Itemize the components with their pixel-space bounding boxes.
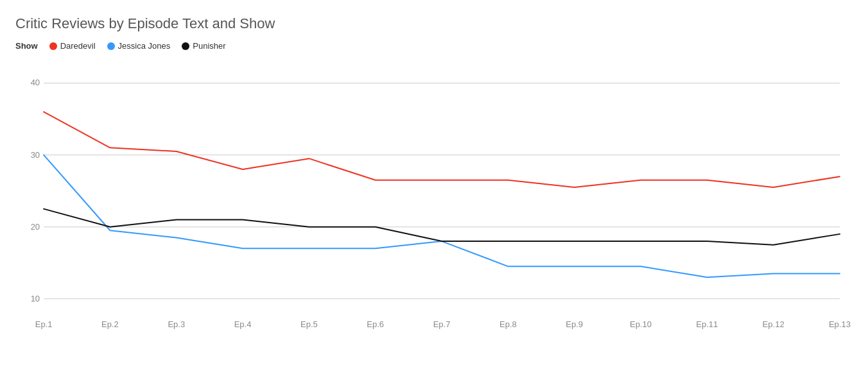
- svg-text:Ep.6: Ep.6: [367, 319, 384, 329]
- svg-text:30: 30: [31, 150, 40, 160]
- line-chart: 40302010Ep.1Ep.2Ep.3Ep.4Ep.5Ep.6Ep.7Ep.8…: [15, 62, 853, 339]
- svg-text:10: 10: [31, 294, 40, 303]
- chart-container: Critic Reviews by Episode Text and Show …: [0, 0, 868, 365]
- punisher-dot: [182, 42, 189, 50]
- legend-item-jessicajones: Jessica Jones: [107, 41, 171, 51]
- svg-text:Ep.13: Ep.13: [829, 319, 851, 329]
- punisher-label: Punisher: [193, 41, 225, 51]
- jessicajones-label: Jessica Jones: [118, 41, 171, 51]
- svg-text:Ep.3: Ep.3: [168, 319, 185, 329]
- svg-text:Ep.8: Ep.8: [499, 319, 517, 329]
- jessicajones-dot: [107, 42, 115, 50]
- svg-text:Ep.5: Ep.5: [300, 319, 318, 329]
- chart-area: 40302010Ep.1Ep.2Ep.3Ep.4Ep.5Ep.6Ep.7Ep.8…: [15, 62, 853, 339]
- svg-text:Ep.11: Ep.11: [696, 319, 718, 329]
- legend-item-daredevil: Daredevil: [49, 41, 96, 51]
- svg-text:Ep.9: Ep.9: [566, 319, 583, 329]
- svg-text:Ep.12: Ep.12: [763, 319, 785, 329]
- svg-text:Ep.4: Ep.4: [234, 319, 252, 329]
- daredevil-label: Daredevil: [60, 41, 96, 51]
- svg-text:Ep.7: Ep.7: [433, 319, 451, 329]
- chart-title: Critic Reviews by Episode Text and Show: [15, 15, 853, 32]
- svg-text:Ep.2: Ep.2: [101, 319, 119, 329]
- legend-show-label: Show: [15, 41, 38, 51]
- daredevil-dot: [49, 42, 57, 50]
- svg-text:40: 40: [31, 78, 40, 87]
- svg-text:Ep.10: Ep.10: [630, 319, 652, 329]
- legend-item-punisher: Punisher: [182, 41, 225, 51]
- legend: Show Daredevil Jessica Jones Punisher: [15, 41, 853, 51]
- svg-text:20: 20: [31, 222, 40, 232]
- svg-text:Ep.1: Ep.1: [35, 319, 53, 329]
